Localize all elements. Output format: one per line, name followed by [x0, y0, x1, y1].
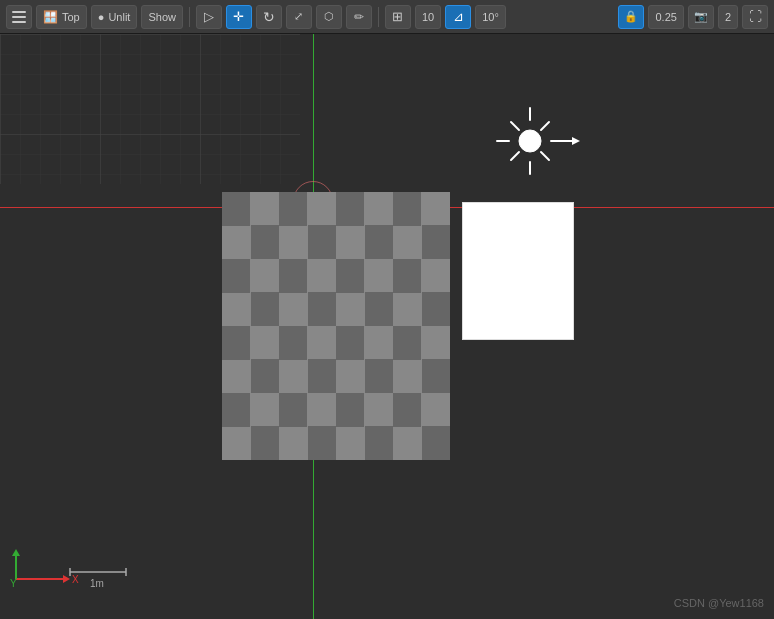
camera-value: 2 [725, 11, 731, 23]
snap-button[interactable]: ⊿ [445, 5, 471, 29]
annotate-icon: ✏ [354, 10, 364, 24]
hamburger-icon [10, 7, 28, 27]
checker-plane-object[interactable] [222, 192, 450, 460]
white-plane-object[interactable] [462, 202, 574, 340]
grid-value: 10 [422, 11, 434, 23]
camera-icon: 📷 [694, 10, 708, 23]
camera-button[interactable]: 📷 [688, 5, 714, 29]
scale-bar-label: 1m [68, 578, 104, 589]
rotate-tool-button[interactable]: ↻ [256, 5, 282, 29]
shading-selector[interactable]: ● Unlit [91, 5, 138, 29]
grid-value-display[interactable]: 10 [415, 5, 441, 29]
fullscreen-icon: ⛶ [749, 9, 762, 24]
view-selector[interactable]: 🪟 Top [36, 5, 87, 29]
scale-bar: 1m [68, 564, 128, 589]
annotate-tool-button[interactable]: ✏ [346, 5, 372, 29]
toolbar-right: 🔒 0.25 📷 2 ⛶ [618, 5, 768, 29]
grid-button[interactable]: ⊞ [385, 5, 411, 29]
light-icon [492, 102, 582, 180]
svg-text:Y: Y [10, 578, 17, 589]
select-tool-button[interactable]: ▷ [196, 5, 222, 29]
viewport[interactable]: X Y 1m CSDN @Yew1168 [0, 34, 774, 619]
svg-point-12 [523, 134, 527, 138]
watermark-text: CSDN @Yew1168 [674, 597, 764, 609]
svg-line-8 [541, 122, 549, 130]
grid-overlay [0, 34, 300, 184]
rotate-icon: ↻ [263, 9, 275, 25]
pivot-value-display[interactable]: 0.25 [648, 5, 683, 29]
grid-icon: ⊞ [392, 9, 403, 24]
show-label: Show [148, 11, 176, 23]
select-icon: ▷ [204, 9, 214, 24]
separator-2 [378, 7, 379, 27]
svg-marker-7 [572, 137, 580, 145]
pivot-button[interactable]: 🔒 [618, 5, 644, 29]
snap-icon: ⊿ [453, 9, 464, 24]
move-tool-button[interactable]: ✛ [226, 5, 252, 29]
transform-icon: ⬡ [324, 10, 334, 23]
shading-label: Unlit [108, 11, 130, 23]
svg-line-9 [511, 122, 519, 130]
svg-line-11 [511, 152, 519, 160]
svg-rect-1 [0, 34, 300, 184]
svg-point-2 [519, 130, 541, 152]
angle-value: 10° [482, 11, 499, 23]
show-button[interactable]: Show [141, 5, 183, 29]
move-icon: ✛ [233, 9, 244, 24]
view-icon: 🪟 [43, 10, 58, 24]
transform-tool-button[interactable]: ⬡ [316, 5, 342, 29]
view-label: Top [62, 11, 80, 23]
angle-value-display[interactable]: 10° [475, 5, 506, 29]
menu-button[interactable] [6, 5, 32, 29]
separator-1 [189, 7, 190, 27]
scale-tool-button[interactable]: ⤢ [286, 5, 312, 29]
pivot-icon: 🔒 [624, 10, 638, 23]
pivot-value: 0.25 [655, 11, 676, 23]
toolbar: 🪟 Top ● Unlit Show ▷ ✛ ↻ ⤢ ⬡ ✏ ⊞ 10 ⊿ 10… [0, 0, 774, 34]
svg-line-10 [541, 152, 549, 160]
fullscreen-button[interactable]: ⛶ [742, 5, 768, 29]
svg-marker-17 [12, 549, 20, 556]
shading-icon: ● [98, 11, 105, 23]
scale-icon: ⤢ [294, 10, 303, 23]
camera-value-display[interactable]: 2 [718, 5, 738, 29]
